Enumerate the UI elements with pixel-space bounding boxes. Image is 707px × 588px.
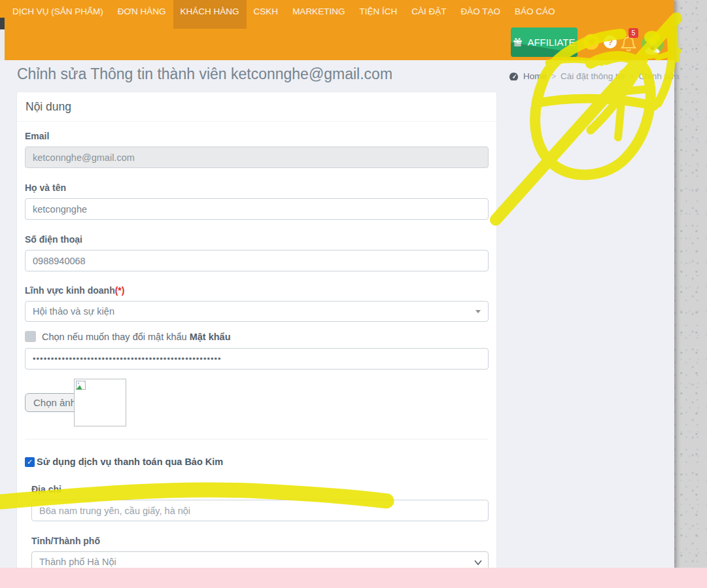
help-glyph: ?: [608, 37, 613, 47]
baokim-label: Sử dụng dịch vụ thanh toán qua Bảo Kim: [37, 457, 223, 467]
name-label: Họ và tên: [25, 182, 489, 194]
page-title: Chỉnh sửa Thông tin thành viên ketconngh…: [17, 65, 392, 83]
payment-address-block: Địa chỉ Tỉnh/Thành phố Thành phố Hà Nội: [25, 484, 489, 573]
phone-field[interactable]: [25, 250, 489, 271]
breadcrumb-current: Chỉnh sửa: [638, 71, 679, 81]
content-panel: Nội dung Email Họ và tên Số điện thoại L…: [16, 92, 497, 572]
business-group: Lĩnh vực kinh doanh(*) Hội thảo và sự ki…: [25, 285, 489, 322]
nav-item-bao-cao[interactable]: BÁO CÁO: [508, 0, 562, 24]
baokim-checkbox[interactable]: ✓: [25, 457, 35, 467]
bottom-pink-bar: [0, 568, 707, 588]
name-group: Họ và tên: [25, 182, 489, 220]
breadcrumb-separator: >: [629, 72, 634, 81]
nav-item-marketing[interactable]: MARKETING: [285, 0, 352, 24]
business-select[interactable]: Hội thảo và sự kiện: [25, 301, 489, 322]
phone-group: Số điện thoại: [25, 234, 489, 271]
caret-down-icon: [475, 310, 481, 313]
chevron-down-icon: [474, 560, 482, 565]
email-group: Email: [25, 131, 489, 168]
gift-icon: [513, 37, 523, 47]
password-toggle-label: Chọn nếu muốn thay đổi mật khẩu Mật khẩu: [42, 332, 231, 342]
phone-label: Số điện thoại: [25, 234, 489, 245]
nav-item-cai-dat[interactable]: CÀI ĐẶT: [404, 0, 453, 24]
nav-item-khach-hang[interactable]: KHÁCH HÀNG: [173, 0, 247, 29]
window-edge-notch: [0, 18, 5, 29]
breadcrumb-home-link[interactable]: Home: [523, 71, 547, 81]
window-edge-sliver: [0, 29, 5, 60]
business-select-value: Hội thảo và sự kiện: [33, 306, 114, 317]
breadcrumb-settings-link[interactable]: Cài đặt thông tin: [560, 71, 625, 81]
breadcrumb: Home > Cài đặt thông tin > Chỉnh sửa: [509, 71, 680, 81]
help-icon[interactable]: ?: [604, 35, 617, 48]
desktop-background: { "nav": { "items": [ { "label": "DỊCH V…: [0, 0, 707, 588]
section-divider: [25, 439, 489, 440]
required-mark: (*): [115, 285, 125, 296]
nav-item-tien-ich[interactable]: TIỆN ÍCH: [352, 0, 404, 24]
address-group: Địa chỉ: [31, 484, 489, 521]
nav-item-don-hang[interactable]: ĐƠN HÀNG: [111, 0, 173, 24]
edit-member-form: Email Họ và tên Số điện thoại Lĩnh vực k…: [17, 122, 496, 573]
address-field[interactable]: [31, 500, 489, 521]
business-label: Lĩnh vực kinh doanh(*): [25, 285, 489, 296]
top-header-bar: DỊCH VỤ (SẢN PHẨM) ĐƠN HÀNG KHÁCH HÀNG C…: [0, 0, 674, 60]
city-label: Tỉnh/Thành phố: [31, 536, 489, 547]
favorites-heart-icon[interactable]: [583, 34, 599, 50]
affiliate-button-label: AFFILIATE: [527, 37, 575, 48]
password-toggle-row: Chọn nếu muốn thay đổi mật khẩu Mật khẩu: [25, 331, 489, 342]
nav-item-cskh[interactable]: CSKH: [247, 0, 286, 24]
email-field: [25, 147, 489, 168]
breadcrumb-separator: >: [551, 72, 556, 81]
baokim-row: ✓ Sử dụng dịch vụ thanh toán qua Bảo Kim: [25, 457, 489, 467]
nav-item-dich-vu[interactable]: DỊCH VỤ (SẢN PHẨM): [5, 0, 111, 24]
affiliate-button[interactable]: AFFILIATE: [511, 27, 578, 57]
dashboard-icon: [509, 72, 519, 81]
password-field[interactable]: [25, 348, 489, 370]
email-label: Email: [25, 131, 489, 142]
image-preview-box: [74, 379, 126, 426]
panel-title: Nội dung: [17, 92, 496, 122]
name-field[interactable]: [25, 198, 489, 220]
app-window: DỊCH VỤ (SẢN PHẨM) ĐƠN HÀNG KHÁCH HÀNG C…: [0, 0, 674, 588]
password-toggle-checkbox[interactable]: [25, 331, 36, 342]
notification-count-badge: 5: [629, 28, 638, 38]
main-navigation: DỊCH VỤ (SẢN PHẨM) ĐƠN HÀNG KHÁCH HÀNG C…: [5, 0, 562, 29]
user-avatar-icon[interactable]: [642, 33, 663, 55]
city-select-value: Thành phố Hà Nội: [39, 557, 116, 567]
nav-item-dao-tao[interactable]: ĐÀO TẠO: [453, 0, 508, 24]
address-label: Địa chỉ: [31, 484, 489, 495]
avatar-upload-row: Chọn ảnh: [25, 379, 489, 426]
